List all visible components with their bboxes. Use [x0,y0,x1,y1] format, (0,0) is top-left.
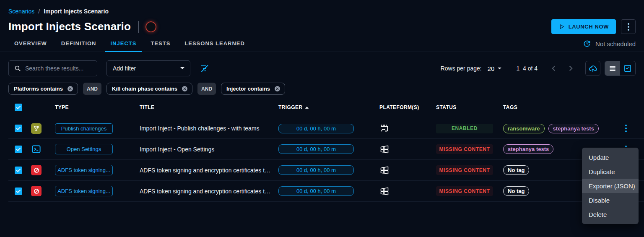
filter-chip[interactable]: Injector contains [221,83,285,95]
title-actions: LAUNCH NOW [551,19,636,34]
cloud-upload-icon [588,64,597,73]
inject-title: ADFS token signing and encryption certif… [140,167,278,174]
filter-list-off-icon [200,63,210,73]
add-filter-select[interactable]: Add filter [106,60,190,76]
toolbar: Add filter Rows per page: 20 1–4 of 4 [0,52,644,76]
table-row[interactable]: Open Settings Import Inject - Open Setti… [8,139,644,160]
tab-injects[interactable]: INJECTS [105,40,143,52]
table-row[interactable]: ADFS token signing... ADFS token signing… [8,181,644,202]
select-all-checkbox[interactable] [15,104,22,111]
status-badge: MISSING CONTENT [436,165,493,175]
row-checkbox[interactable] [15,125,22,132]
inject-type-chip: ADFS token signing... [55,186,113,196]
inject-type-chip: Publish challenges [55,123,113,134]
tab-lessons-learned[interactable]: LESSONS LEARNED [179,40,251,52]
column-header-platforms[interactable]: PLATEFORM(S) [379,104,436,110]
pagination-chevrons [549,64,575,73]
context-menu-item[interactable]: Disable [582,193,639,207]
breadcrumb-current: Import Injects Scenario [44,8,109,15]
filter-chip[interactable]: Platforms contains [8,83,78,95]
tags-cell: ransomwarestephanya tests [503,124,608,133]
schedule-status-text: Not scheduled [595,40,636,47]
windows-icon [379,144,436,154]
row-checkbox[interactable] [15,167,22,174]
context-menu-item[interactable]: Delete [582,207,639,221]
trigger-chip: 00 d, 00 h, 00 m [278,165,354,175]
scenario-page: Scenarios / Import Injects Scenario Impo… [0,0,644,237]
status-badge: ENABLED [436,124,493,133]
export-button[interactable] [585,61,600,76]
column-header-type[interactable]: TYPE [55,104,140,110]
launch-now-button[interactable]: LAUNCH NOW [551,19,616,34]
clear-filters-button[interactable] [200,63,210,73]
scenario-kebab-button[interactable] [621,19,636,34]
pagination-range: 1–4 of 4 [516,65,538,72]
inject-type-chip: Open Settings [55,144,113,154]
tab-definition[interactable]: DEFINITION [55,40,102,52]
title-row: Import Injects Scenario LAUNCH NOW [0,15,644,33]
row-kebab-button[interactable] [623,123,628,134]
context-menu-item[interactable]: Duplicate [582,164,639,179]
blocked-icon [31,165,42,175]
column-header-trigger-label: TRIGGER [278,104,302,110]
column-header-tags[interactable]: TAGS [503,104,608,110]
table-header: TYPE TITLE TRIGGER PLATEFORM(S) STATUS T… [8,97,644,118]
context-menu-item[interactable]: Exporter (JSON) [582,179,639,193]
pagination: Rows per page: 20 1–4 of 4 [441,61,636,76]
chevron-down-icon [180,67,185,70]
rows-per-page-select[interactable]: 20 [488,65,502,72]
chip-delete-icon[interactable] [67,85,74,92]
list-view-button[interactable] [605,61,620,76]
filter-operator-chip: AND [83,83,101,95]
launch-now-label: LAUNCH NOW [569,23,609,30]
tag-chip: No tag [503,165,529,175]
next-page-button[interactable] [566,64,575,73]
search-input[interactable] [25,65,92,72]
inject-title: Import Inject - Open Settings [140,146,278,153]
context-menu-item[interactable]: Update [582,150,639,164]
tabs: OVERVIEWDEFINITIONINJECTSTESTSLESSONS LE… [8,40,251,52]
column-header-title[interactable]: TITLE [140,104,278,110]
trigger-chip: 00 d, 00 h, 00 m [278,186,354,196]
column-header-trigger[interactable]: TRIGGER [278,104,379,110]
severity-orb-icon [145,21,156,32]
chip-delete-icon[interactable] [181,85,188,92]
status-badge: MISSING CONTENT [436,144,493,154]
previous-page-button[interactable] [549,64,558,73]
filter-chip[interactable]: Kill chain phase contains [106,83,192,95]
distribution-view-button[interactable] [620,61,635,76]
play-icon [558,23,565,30]
row-checkbox[interactable] [15,188,22,195]
table-body: Publish challenges Import Inject - Publi… [0,118,644,202]
sort-asc-icon [305,106,309,109]
trophy-icon [31,123,42,134]
blocked-icon [31,186,42,196]
filter-chip-label: Injector contains [226,86,270,92]
breadcrumb-separator: / [38,8,40,15]
row-context-menu: UpdateDuplicateExporter (JSON)DisableDel… [582,148,639,224]
inject-type-chip: ADFS token signing... [55,165,113,175]
inject-import-icon [379,123,436,133]
status-badge: MISSING CONTENT [436,186,493,196]
windows-icon [379,165,436,175]
active-filters-row: Platforms contains AND Kill chain phase … [0,76,644,95]
tab-overview[interactable]: OVERVIEW [8,40,53,52]
column-header-status[interactable]: STATUS [436,104,503,110]
chip-delete-icon[interactable] [274,85,281,92]
add-filter-label: Add filter [113,65,136,72]
tag-chip: stephanya tests [503,144,553,154]
chevron-down-icon [497,67,502,70]
trigger-chip: 00 d, 00 h, 00 m [278,124,354,133]
row-checkbox[interactable] [15,146,22,153]
list-view-icon [608,64,617,73]
update-clock-icon [583,39,591,48]
table-row[interactable]: ADFS token signing... ADFS token signing… [8,160,644,181]
view-toggle [605,61,636,76]
breadcrumb-scenarios-link[interactable]: Scenarios [8,8,34,15]
table-row[interactable]: Publish challenges Import Inject - Publi… [8,118,644,139]
inject-title: Import Inject - Publish challenges - wit… [140,125,278,132]
tab-tests[interactable]: TESTS [145,40,176,52]
title-divider [138,21,139,33]
page-title: Import Injects Scenario [8,20,131,33]
schedule-status: Not scheduled [583,39,636,52]
